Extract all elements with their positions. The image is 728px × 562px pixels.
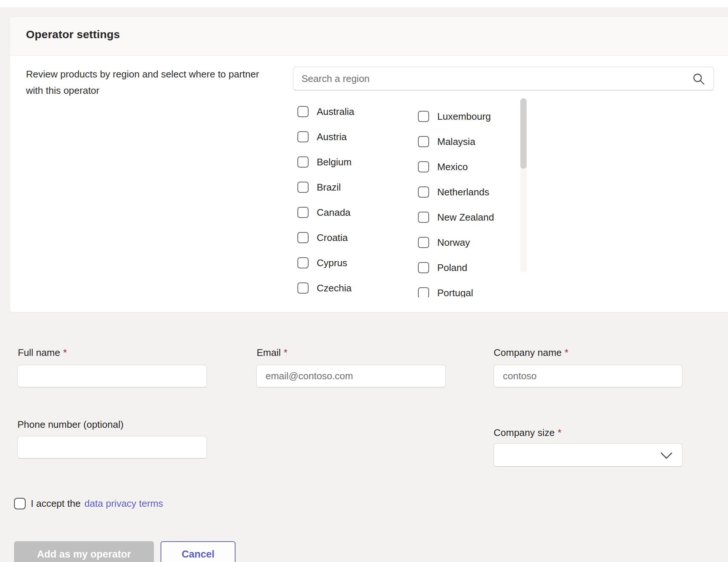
region-item[interactable]: Canada [297, 200, 354, 225]
region-checkbox[interactable] [297, 156, 309, 168]
region-checkbox[interactable] [297, 106, 309, 117]
company-size-select[interactable] [494, 443, 682, 467]
email-input[interactable] [256, 365, 446, 387]
region-item[interactable]: New Zealand [418, 205, 494, 230]
region-label: Canada [317, 207, 350, 218]
region-item[interactable]: Luxembourg [418, 104, 494, 129]
region-checkbox[interactable] [418, 186, 429, 198]
region-label: Czechia [317, 282, 352, 294]
region-item[interactable]: Netherlands [418, 179, 494, 205]
region-checkbox[interactable] [418, 161, 429, 172]
region-item[interactable]: Czechia [297, 275, 354, 297]
region-checkbox[interactable] [297, 207, 309, 218]
full-name-label: Full name* [18, 347, 67, 358]
region-list-scrollbar[interactable] [520, 98, 527, 272]
card-header: Operator settings [10, 17, 728, 56]
region-label: Netherlands [437, 186, 489, 198]
region-label: New Zealand [437, 212, 494, 223]
region-checkbox[interactable] [418, 287, 429, 297]
region-label: Malaysia [437, 136, 475, 148]
region-item[interactable]: Norway [418, 230, 494, 255]
region-label: Austria [317, 131, 347, 143]
region-label: Portugal [437, 287, 473, 298]
region-item[interactable]: Portugal [418, 280, 494, 297]
privacy-checkbox[interactable] [14, 498, 26, 509]
region-list: Australia Austria Belgium Brazil Canada … [10, 98, 518, 297]
required-asterisk: * [284, 347, 287, 358]
company-name-label: Company name* [494, 347, 569, 358]
region-item[interactable]: Belgium [297, 149, 354, 175]
region-checkbox[interactable] [297, 131, 309, 142]
region-checkbox[interactable] [418, 111, 429, 122]
add-as-my-operator-button[interactable]: Add as my operator [14, 541, 154, 562]
chevron-down-icon [660, 452, 673, 460]
region-item[interactable]: Croatia [297, 225, 354, 250]
region-search-box [293, 67, 714, 90]
region-checkbox[interactable] [418, 212, 429, 223]
required-asterisk: * [63, 347, 67, 358]
phone-input[interactable] [17, 436, 207, 459]
region-instructions: Review products by region and select whe… [26, 66, 263, 99]
region-checkbox[interactable] [418, 237, 429, 248]
region-item[interactable]: Brazil [297, 175, 354, 200]
region-item[interactable]: Austria [297, 124, 354, 149]
region-label: Poland [437, 262, 467, 274]
region-checkbox[interactable] [297, 182, 309, 193]
company-size-label: Company size* [494, 427, 561, 439]
page-title: Operator settings [26, 28, 120, 41]
region-checkbox[interactable] [297, 257, 309, 268]
cancel-button[interactable]: Cancel [161, 541, 235, 562]
region-checkbox[interactable] [297, 282, 309, 294]
privacy-consent-row: I accept the data privacy terms [14, 497, 163, 510]
region-checkbox[interactable] [418, 136, 429, 147]
phone-label: Phone number (optional) [17, 419, 123, 430]
full-name-input[interactable] [17, 365, 207, 387]
scrollbar-thumb[interactable] [520, 98, 527, 169]
region-label: Norway [437, 237, 470, 248]
region-column-2: Luxembourg Malaysia Mexico Netherlands N… [418, 104, 494, 297]
email-label: Email* [257, 347, 287, 358]
region-column-1: Australia Austria Belgium Brazil Canada … [297, 99, 354, 297]
region-item[interactable]: Poland [418, 255, 494, 280]
operator-settings-card: Operator settings Review products by reg… [10, 17, 728, 312]
region-checkbox[interactable] [418, 262, 429, 273]
region-item[interactable]: Mexico [418, 154, 494, 179]
region-search-input[interactable] [293, 67, 714, 90]
region-label: Belgium [317, 156, 352, 168]
region-label: Mexico [437, 161, 468, 173]
region-item[interactable]: Australia [297, 99, 354, 124]
search-icon [692, 72, 705, 86]
company-name-input[interactable] [494, 365, 682, 387]
region-item[interactable]: Malaysia [418, 129, 494, 154]
region-item[interactable]: Cyprus [297, 250, 354, 275]
privacy-label: I accept the [31, 498, 80, 509]
region-label: Luxembourg [437, 111, 491, 122]
top-white-strip [0, 0, 728, 7]
region-label: Croatia [317, 232, 348, 244]
data-privacy-terms-link[interactable]: data privacy terms [84, 498, 163, 509]
region-checkbox[interactable] [297, 232, 309, 243]
region-label: Brazil [317, 182, 341, 193]
required-asterisk: * [565, 347, 569, 358]
region-label: Cyprus [317, 257, 347, 269]
region-label: Australia [317, 106, 354, 118]
required-asterisk: * [558, 427, 561, 438]
